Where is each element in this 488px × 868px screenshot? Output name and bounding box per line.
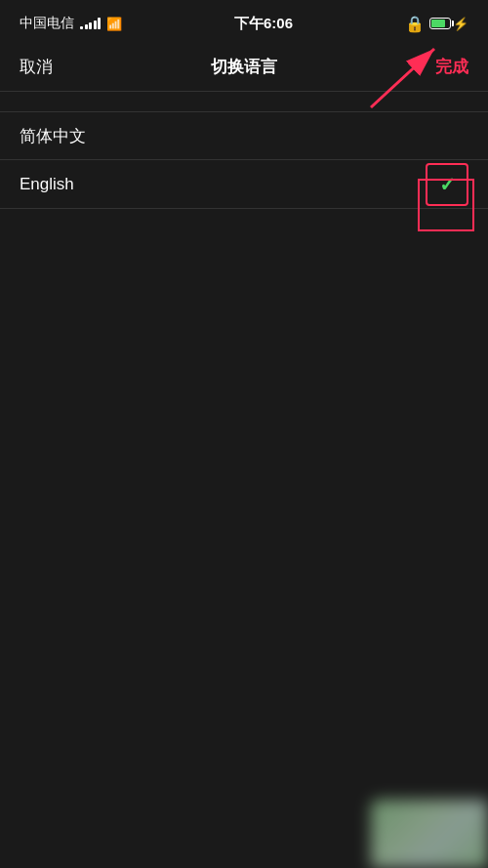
status-left: 中国电信 📶 — [20, 15, 122, 32]
cancel-button[interactable]: 取消 — [20, 56, 53, 78]
signal-bar-4 — [94, 21, 97, 29]
status-bar: 中国电信 📶 下午6:06 🔒 ⚡ — [0, 0, 488, 43]
language-list: 简体中文 English ✓ — [0, 111, 488, 209]
signal-bars-icon — [80, 18, 101, 29]
checkmark-box: ✓ — [426, 163, 468, 206]
signal-bar-5 — [98, 18, 101, 29]
battery-fill — [431, 20, 445, 27]
signal-bar-3 — [89, 22, 92, 29]
page-title: 切换语言 — [211, 56, 277, 78]
wifi-icon: 📶 — [106, 17, 122, 31]
nav-bar: 取消 切换语言 完成 — [0, 43, 488, 92]
language-label-chinese: 简体中文 — [20, 125, 86, 147]
done-button[interactable]: 完成 — [435, 56, 468, 78]
status-right: 🔒 ⚡ — [405, 15, 468, 33]
lightning-icon: ⚡ — [453, 17, 468, 31]
signal-bar-1 — [80, 26, 83, 29]
battery-body — [429, 18, 451, 29]
signal-bar-2 — [85, 24, 88, 29]
carrier-label: 中国电信 — [20, 15, 74, 32]
status-time: 下午6:06 — [234, 15, 293, 33]
bottom-blur-decoration — [371, 800, 488, 868]
checkmark-icon: ✓ — [439, 173, 456, 196]
list-item[interactable]: 简体中文 — [0, 111, 488, 160]
language-label-english: English — [20, 175, 74, 194]
lock-icon: 🔒 — [405, 15, 425, 33]
list-item[interactable]: English ✓ — [0, 160, 488, 209]
battery-icon: ⚡ — [429, 17, 468, 31]
